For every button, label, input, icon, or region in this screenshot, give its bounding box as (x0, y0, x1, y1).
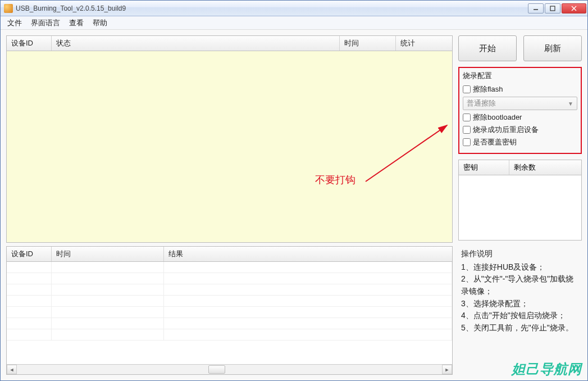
watermark: 妲己导航网 (512, 360, 582, 378)
reboot-option[interactable]: 烧录成功后重启设备 (463, 124, 577, 136)
instruction-line: 1、连接好HUB及设备； (461, 261, 581, 274)
window-title: USB_Burning_Tool_v2.0.5.15_build9 (16, 4, 528, 12)
table-row (7, 318, 452, 329)
erase-mode-value: 普通擦除 (467, 98, 496, 108)
erase-flash-option[interactable]: 擦除flash (463, 83, 577, 96)
results-grid: 设备ID 时间 结果 ◄ ► (6, 246, 453, 375)
devices-grid: 设备ID 状态 时间 统计 (6, 35, 453, 243)
menu-file[interactable]: 文件 (4, 17, 25, 29)
titlebar[interactable]: USB_Burning_Tool_v2.0.5.15_build9 (1, 1, 587, 16)
col-status[interactable]: 状态 (52, 36, 340, 51)
left-column: 设备ID 状态 时间 统计 设备ID 时间 结果 (6, 35, 453, 375)
erase-mode-combo[interactable]: 普通擦除 ▼ (463, 97, 577, 110)
window-buttons (528, 3, 586, 13)
instructions-title: 操作说明 (461, 248, 581, 260)
col-key[interactable]: 密钥 (459, 160, 509, 175)
instructions: 操作说明 1、连接好HUB及设备； 2、从"文件"-"导入烧录包"加载烧录镜像；… (458, 246, 582, 335)
erase-bootloader-label: 擦除bootloader (473, 112, 522, 123)
override-key-checkbox[interactable] (463, 138, 471, 146)
chevron-down-icon: ▼ (568, 101, 573, 107)
table-row (7, 329, 452, 341)
menu-language[interactable]: 界面语言 (28, 17, 63, 29)
col-remaining[interactable]: 剩余数 (509, 160, 581, 175)
scroll-thumb[interactable] (208, 365, 225, 374)
start-button[interactable]: 开始 (458, 35, 517, 61)
results-grid-header: 设备ID 时间 结果 (7, 247, 452, 262)
col-time[interactable]: 时间 (340, 36, 396, 51)
instruction-line: 3、选择烧录配置； (461, 298, 581, 310)
instruction-line: 4、点击"开始"按钮启动烧录； (461, 310, 581, 322)
refresh-button[interactable]: 刷新 (523, 35, 582, 61)
table-row (7, 296, 452, 307)
minimize-button[interactable] (528, 3, 544, 13)
burn-config-group: 烧录配置 擦除flash 普通擦除 ▼ 擦除bootloader 烧录成功后重启… (458, 67, 582, 154)
svg-rect-1 (550, 6, 555, 11)
erase-flash-label: 擦除flash (473, 84, 503, 94)
reboot-checkbox[interactable] (463, 126, 471, 134)
scroll-right-icon[interactable]: ► (442, 365, 452, 374)
override-key-option[interactable]: 是否覆盖密钥 (463, 136, 577, 148)
devices-grid-body (7, 51, 452, 242)
reboot-label: 烧录成功后重启设备 (473, 125, 539, 135)
app-icon (4, 4, 13, 13)
col2-device-id[interactable]: 设备ID (7, 247, 52, 261)
instruction-line: 5、关闭工具前，先"停止"烧录。 (461, 322, 581, 334)
override-key-label: 是否覆盖密钥 (473, 137, 517, 147)
col-stats[interactable]: 统计 (396, 36, 452, 51)
client-area: 设备ID 状态 时间 统计 设备ID 时间 结果 (1, 30, 587, 380)
action-buttons: 开始 刷新 (458, 35, 582, 61)
scroll-track[interactable] (17, 365, 442, 374)
key-grid: 密钥 剩余数 (458, 160, 582, 241)
menu-view[interactable]: 查看 (66, 17, 87, 29)
scroll-left-icon[interactable]: ◄ (7, 365, 17, 374)
close-button[interactable] (562, 3, 586, 13)
col2-time[interactable]: 时间 (52, 247, 164, 261)
devices-grid-header: 设备ID 状态 时间 统计 (7, 36, 452, 51)
table-row (7, 262, 452, 273)
instruction-line: 2、从"文件"-"导入烧录包"加载烧录镜像； (461, 273, 581, 297)
maximize-button[interactable] (545, 3, 560, 13)
results-grid-body (7, 262, 452, 364)
config-legend: 烧录配置 (463, 71, 577, 81)
table-row (7, 307, 452, 318)
erase-bootloader-option[interactable]: 擦除bootloader (463, 111, 577, 124)
key-grid-header: 密钥 剩余数 (459, 160, 581, 175)
menu-help[interactable]: 帮助 (89, 17, 111, 29)
table-row (7, 284, 452, 296)
app-window: USB_Burning_Tool_v2.0.5.15_build9 文件 界面语… (0, 0, 588, 381)
col-device-id[interactable]: 设备ID (7, 36, 52, 51)
col2-result[interactable]: 结果 (164, 247, 452, 261)
horizontal-scrollbar[interactable]: ◄ ► (7, 364, 452, 374)
erase-bootloader-checkbox[interactable] (463, 114, 471, 121)
right-column: 开始 刷新 烧录配置 擦除flash 普通擦除 ▼ 擦除bootloader (458, 35, 582, 375)
menubar: 文件 界面语言 查看 帮助 (1, 16, 587, 30)
erase-flash-checkbox[interactable] (463, 85, 471, 93)
key-grid-body (459, 175, 581, 240)
table-row (7, 273, 452, 284)
